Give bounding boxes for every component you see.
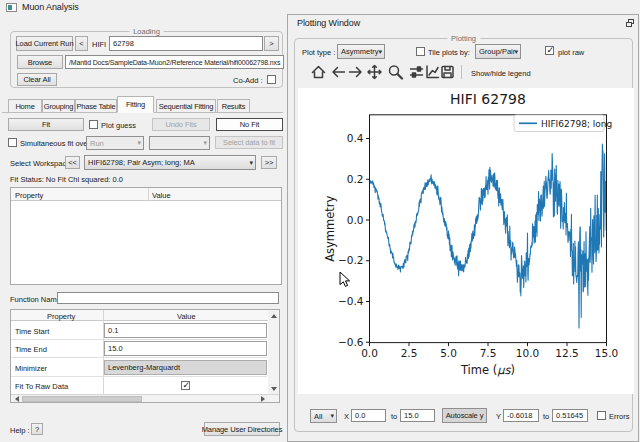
muon-window-title: Muon Analysis: [22, 2, 79, 12]
svg-text:7.5: 7.5: [480, 347, 497, 359]
plot-raw-checkbox[interactable]: [545, 46, 554, 55]
settings-row-property: Fit To Raw Data: [15, 382, 68, 391]
simultaneous-run-combo[interactable]: Run: [86, 136, 144, 150]
home-icon[interactable]: [310, 64, 327, 80]
svg-text:5.0: 5.0: [440, 347, 457, 359]
fit-button[interactable]: Fit: [8, 118, 84, 131]
pan-icon[interactable]: [366, 64, 383, 80]
plot-guess-checkbox[interactable]: [89, 120, 98, 129]
function-name-input[interactable]: [57, 292, 279, 304]
file-path-field[interactable]: /Mantid Docs/SampleData-Muon2/Reference …: [65, 55, 284, 69]
float-window-icon[interactable]: [626, 19, 635, 27]
save-icon[interactable]: [439, 64, 456, 80]
header-value: Value: [177, 312, 196, 321]
zoom-icon[interactable]: [387, 64, 404, 80]
plot-type-label: Plot type :: [302, 48, 335, 57]
plotting-window: Plotting Window Plotting Plot type : Asy…: [287, 14, 639, 442]
settings-row-property: Time Start: [15, 327, 49, 336]
clear-all-button[interactable]: Clear All: [17, 73, 57, 86]
mouse-cursor: [339, 271, 351, 289]
manage-user-directories-button[interactable]: Manage User Directories: [204, 422, 280, 436]
plot-raw-label: plot raw: [558, 48, 584, 57]
subplots-config-icon[interactable]: [408, 64, 425, 80]
no-fit-button[interactable]: No Fit: [216, 118, 283, 131]
y-min-input[interactable]: -0.6018: [503, 409, 539, 422]
run-number-input[interactable]: 62798: [109, 36, 263, 51]
x-min-input[interactable]: 0.0: [351, 409, 386, 422]
undo-fits-button[interactable]: Undo Fits: [152, 118, 210, 131]
simultaneous-fit-checkbox[interactable]: [8, 138, 17, 147]
toolbar-separator: [461, 65, 462, 79]
plot-type-combo[interactable]: Asymmetry: [337, 44, 385, 59]
browse-button[interactable]: Browse: [17, 55, 63, 69]
errors-checkbox[interactable]: [597, 411, 606, 420]
plot-figure[interactable]: 0.02.55.07.510.012.515.00.40.20.0−0.2−0.…: [298, 88, 634, 394]
plotting-group: Plotting Plot type : Asymmetry Tile plot…: [294, 38, 633, 432]
tab-fitting[interactable]: Fitting: [117, 96, 154, 113]
workspace-next-button[interactable]: >>: [261, 156, 277, 169]
function-browser-header: Property Value: [11, 188, 281, 201]
scroll-up-icon[interactable]: [269, 311, 278, 320]
muon-window-icon: [6, 3, 17, 12]
y-to-label: to: [543, 412, 549, 421]
hscroll-thumb[interactable]: [22, 396, 142, 402]
asymmetry-plot: 0.02.55.07.510.012.515.00.40.20.0−0.2−0.…: [298, 88, 634, 394]
select-data-to-fit-button[interactable]: Select data to fit: [215, 136, 283, 149]
plot-scope-combo[interactable]: All: [310, 409, 337, 423]
svg-text:15.0: 15.0: [595, 347, 618, 359]
tab-home[interactable]: Home: [8, 99, 42, 113]
svg-text:10.0: 10.0: [516, 347, 539, 359]
tab-phase-table[interactable]: Phase Table: [75, 99, 117, 113]
select-workspace-label: Select Workspace: [10, 159, 70, 168]
settings-vscrollbar[interactable]: [268, 310, 279, 394]
svg-text:0.0: 0.0: [347, 214, 364, 226]
simultaneous-fit-label: Simultaneous fit over: [20, 139, 90, 148]
plot-guess-label: Plot guess: [101, 121, 136, 130]
plotting-window-title: Plotting Window: [297, 18, 360, 28]
svg-text:0.2: 0.2: [347, 173, 364, 185]
svg-text:−0.6: −0.6: [338, 336, 364, 348]
workspace-prev-button[interactable]: <<: [65, 156, 80, 169]
help-button[interactable]: ?: [31, 423, 43, 435]
tile-plots-checkbox[interactable]: [416, 47, 425, 56]
plotting-group-legend: Plotting: [447, 34, 480, 43]
time-start-input[interactable]: 0.1: [104, 323, 267, 338]
simultaneous-group-combo[interactable]: [149, 136, 210, 150]
coadd-checkbox[interactable]: [267, 75, 276, 84]
svg-text:−0.2: −0.2: [338, 254, 364, 266]
svg-text:0.0: 0.0: [361, 347, 378, 359]
tab-sequential-fitting[interactable]: Sequential Fitting: [156, 99, 216, 113]
y-max-input[interactable]: 0.51645: [552, 409, 588, 422]
settings-row-property: Time End: [15, 345, 47, 354]
function-browser[interactable]: Property Value: [10, 187, 282, 285]
coadd-label: Co-Add :: [233, 76, 263, 85]
x-max-input[interactable]: 15.0: [400, 409, 435, 422]
header-property: Property: [47, 312, 75, 321]
header-property: Property: [15, 191, 43, 200]
tab-results[interactable]: Results: [217, 99, 250, 113]
svg-text:2.5: 2.5: [401, 347, 418, 359]
svg-text:0.4: 0.4: [347, 132, 364, 144]
back-icon[interactable]: [330, 64, 347, 80]
next-run-button[interactable]: >: [264, 36, 279, 51]
fit-to-raw-data-checkbox[interactable]: [181, 381, 190, 390]
tile-by-combo[interactable]: Group/Pair: [475, 44, 521, 59]
svg-text:Time (μs): Time (μs): [460, 363, 515, 377]
tile-plots-label: Tile plots by:: [428, 48, 470, 57]
minimizer-combo[interactable]: Levenberg-Marquardt: [104, 360, 267, 375]
previous-run-button[interactable]: <: [75, 36, 88, 51]
scroll-right-icon[interactable]: [258, 395, 267, 402]
load-current-run-button[interactable]: Load Current Run: [16, 36, 73, 51]
fit-settings-table[interactable]: Property Value Time Start 0.1 Time End 1…: [10, 309, 280, 403]
instrument-label: HIFI: [92, 40, 106, 49]
autoscale-y-button[interactable]: Autoscale y: [442, 408, 487, 423]
tab-grouping[interactable]: Grouping: [42, 99, 75, 113]
scroll-left-icon[interactable]: [12, 395, 21, 402]
time-end-input[interactable]: 15.0: [104, 341, 267, 356]
svg-text:−0.4: −0.4: [338, 295, 364, 307]
workspace-combo[interactable]: HIFI62798; Pair Asym; long; MA: [84, 155, 256, 170]
muon-analysis-window: Muon Analysis Loading Load Current Run <…: [0, 0, 285, 442]
forward-icon[interactable]: [347, 64, 364, 80]
show-hide-legend-button[interactable]: Show/hide legend: [471, 69, 531, 78]
scroll-down-icon[interactable]: [269, 384, 278, 393]
